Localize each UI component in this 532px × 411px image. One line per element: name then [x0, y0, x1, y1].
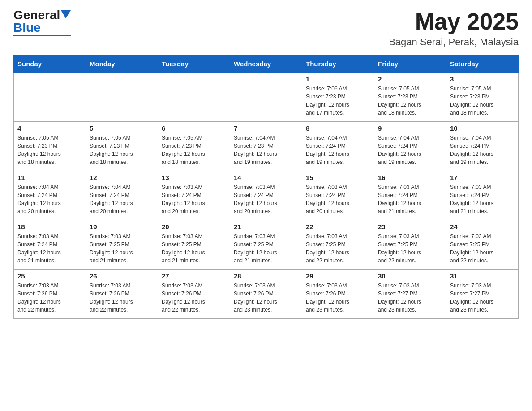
- calendar-header-row: SundayMondayTuesdayWednesdayThursdayFrid…: [14, 56, 519, 73]
- calendar-cell: 25Sunrise: 7:03 AM Sunset: 7:26 PM Dayli…: [14, 270, 86, 319]
- header-friday: Friday: [374, 56, 446, 73]
- day-info: Sunrise: 7:05 AM Sunset: 7:23 PM Dayligh…: [162, 134, 226, 166]
- calendar-week-row: 25Sunrise: 7:03 AM Sunset: 7:26 PM Dayli…: [14, 270, 519, 319]
- day-number: 13: [162, 174, 226, 181]
- day-info: Sunrise: 7:03 AM Sunset: 7:24 PM Dayligh…: [234, 183, 298, 215]
- day-info: Sunrise: 7:03 AM Sunset: 7:24 PM Dayligh…: [450, 183, 515, 215]
- day-info: Sunrise: 7:03 AM Sunset: 7:26 PM Dayligh…: [162, 282, 226, 314]
- calendar-cell: 16Sunrise: 7:03 AM Sunset: 7:24 PM Dayli…: [374, 171, 446, 220]
- day-info: Sunrise: 7:04 AM Sunset: 7:24 PM Dayligh…: [450, 134, 515, 166]
- day-number: 21: [234, 223, 298, 231]
- calendar-cell: 31Sunrise: 7:03 AM Sunset: 7:27 PM Dayli…: [446, 270, 519, 319]
- day-info: Sunrise: 7:03 AM Sunset: 7:25 PM Dayligh…: [234, 232, 298, 265]
- calendar-week-row: 18Sunrise: 7:03 AM Sunset: 7:24 PM Dayli…: [14, 220, 519, 270]
- day-info: Sunrise: 7:03 AM Sunset: 7:25 PM Dayligh…: [378, 232, 442, 265]
- day-info: Sunrise: 7:03 AM Sunset: 7:25 PM Dayligh…: [90, 232, 154, 265]
- day-number: 5: [90, 124, 154, 132]
- day-number: 24: [450, 223, 515, 231]
- day-number: 9: [378, 124, 442, 132]
- calendar-cell: 2Sunrise: 7:05 AM Sunset: 7:23 PM Daylig…: [374, 73, 446, 122]
- month-title: May 2025: [389, 9, 519, 34]
- day-number: 30: [378, 272, 442, 280]
- day-number: 7: [234, 124, 298, 132]
- title-area: May 2025 Bagan Serai, Perak, Malaysia: [389, 9, 519, 48]
- logo-triangle-icon: [61, 10, 71, 18]
- calendar-cell: 23Sunrise: 7:03 AM Sunset: 7:25 PM Dayli…: [374, 220, 446, 270]
- calendar-cell: [230, 73, 302, 122]
- svg-marker-0: [61, 10, 71, 18]
- day-info: Sunrise: 7:05 AM Sunset: 7:23 PM Dayligh…: [90, 134, 154, 166]
- calendar-cell: 10Sunrise: 7:04 AM Sunset: 7:24 PM Dayli…: [446, 122, 519, 171]
- calendar-week-row: 1Sunrise: 7:06 AM Sunset: 7:23 PM Daylig…: [14, 73, 519, 122]
- logo-text-black: General: [13, 9, 60, 21]
- day-info: Sunrise: 7:04 AM Sunset: 7:24 PM Dayligh…: [378, 134, 442, 166]
- logo: General Blue: [13, 9, 71, 36]
- calendar-cell: 3Sunrise: 7:05 AM Sunset: 7:23 PM Daylig…: [446, 73, 519, 122]
- header-tuesday: Tuesday: [158, 56, 230, 73]
- calendar-cell: 29Sunrise: 7:03 AM Sunset: 7:26 PM Dayli…: [302, 270, 374, 319]
- calendar-cell: 18Sunrise: 7:03 AM Sunset: 7:24 PM Dayli…: [14, 220, 86, 270]
- calendar-cell: 26Sunrise: 7:03 AM Sunset: 7:26 PM Dayli…: [86, 270, 158, 319]
- calendar-week-row: 11Sunrise: 7:04 AM Sunset: 7:24 PM Dayli…: [14, 171, 519, 220]
- day-number: 4: [17, 124, 82, 132]
- day-info: Sunrise: 7:03 AM Sunset: 7:24 PM Dayligh…: [378, 183, 442, 215]
- calendar-cell: 11Sunrise: 7:04 AM Sunset: 7:24 PM Dayli…: [14, 171, 86, 220]
- day-info: Sunrise: 7:03 AM Sunset: 7:25 PM Dayligh…: [450, 232, 515, 265]
- day-number: 20: [162, 223, 226, 231]
- header-wednesday: Wednesday: [230, 56, 302, 73]
- day-info: Sunrise: 7:04 AM Sunset: 7:24 PM Dayligh…: [90, 183, 154, 215]
- day-info: Sunrise: 7:03 AM Sunset: 7:27 PM Dayligh…: [450, 282, 515, 314]
- calendar-cell: 13Sunrise: 7:03 AM Sunset: 7:24 PM Dayli…: [158, 171, 230, 220]
- calendar-cell: 30Sunrise: 7:03 AM Sunset: 7:27 PM Dayli…: [374, 270, 446, 319]
- calendar-cell: [86, 73, 158, 122]
- calendar-cell: 14Sunrise: 7:03 AM Sunset: 7:24 PM Dayli…: [230, 171, 302, 220]
- day-number: 28: [234, 272, 298, 280]
- day-info: Sunrise: 7:04 AM Sunset: 7:24 PM Dayligh…: [306, 134, 370, 166]
- day-number: 29: [306, 272, 370, 280]
- day-info: Sunrise: 7:03 AM Sunset: 7:24 PM Dayligh…: [17, 232, 82, 265]
- header-sunday: Sunday: [14, 56, 86, 73]
- day-info: Sunrise: 7:03 AM Sunset: 7:26 PM Dayligh…: [90, 282, 154, 314]
- calendar-cell: 28Sunrise: 7:03 AM Sunset: 7:26 PM Dayli…: [230, 270, 302, 319]
- calendar-cell: 21Sunrise: 7:03 AM Sunset: 7:25 PM Dayli…: [230, 220, 302, 270]
- calendar-cell: 4Sunrise: 7:05 AM Sunset: 7:23 PM Daylig…: [14, 122, 86, 171]
- day-info: Sunrise: 7:06 AM Sunset: 7:23 PM Dayligh…: [306, 85, 370, 117]
- calendar-cell: 6Sunrise: 7:05 AM Sunset: 7:23 PM Daylig…: [158, 122, 230, 171]
- day-number: 2: [378, 75, 442, 83]
- calendar-cell: 20Sunrise: 7:03 AM Sunset: 7:25 PM Dayli…: [158, 220, 230, 270]
- day-info: Sunrise: 7:03 AM Sunset: 7:26 PM Dayligh…: [306, 282, 370, 314]
- calendar-cell: 7Sunrise: 7:04 AM Sunset: 7:23 PM Daylig…: [230, 122, 302, 171]
- day-number: 6: [162, 124, 226, 132]
- calendar-table: SundayMondayTuesdayWednesdayThursdayFrid…: [13, 55, 519, 319]
- header-monday: Monday: [86, 56, 158, 73]
- calendar-cell: 1Sunrise: 7:06 AM Sunset: 7:23 PM Daylig…: [302, 73, 374, 122]
- day-info: Sunrise: 7:03 AM Sunset: 7:24 PM Dayligh…: [162, 183, 226, 215]
- calendar-cell: 17Sunrise: 7:03 AM Sunset: 7:24 PM Dayli…: [446, 171, 519, 220]
- day-number: 12: [90, 174, 154, 181]
- day-number: 11: [17, 174, 82, 181]
- header-saturday: Saturday: [446, 56, 519, 73]
- day-number: 27: [162, 272, 226, 280]
- day-number: 17: [450, 174, 515, 181]
- logo-underline: [13, 35, 71, 36]
- day-number: 31: [450, 272, 515, 280]
- logo-text-blue: Blue: [13, 21, 41, 34]
- day-info: Sunrise: 7:05 AM Sunset: 7:23 PM Dayligh…: [17, 134, 82, 166]
- day-number: 26: [90, 272, 154, 280]
- header-thursday: Thursday: [302, 56, 374, 73]
- day-number: 18: [17, 223, 82, 231]
- day-number: 19: [90, 223, 154, 231]
- calendar-cell: 27Sunrise: 7:03 AM Sunset: 7:26 PM Dayli…: [158, 270, 230, 319]
- day-number: 3: [450, 75, 515, 83]
- day-number: 16: [378, 174, 442, 181]
- location-title: Bagan Serai, Perak, Malaysia: [389, 36, 519, 48]
- calendar-cell: 22Sunrise: 7:03 AM Sunset: 7:25 PM Dayli…: [302, 220, 374, 270]
- calendar-cell: 8Sunrise: 7:04 AM Sunset: 7:24 PM Daylig…: [302, 122, 374, 171]
- calendar-cell: 24Sunrise: 7:03 AM Sunset: 7:25 PM Dayli…: [446, 220, 519, 270]
- calendar-cell: [14, 73, 86, 122]
- day-number: 23: [378, 223, 442, 231]
- day-number: 8: [306, 124, 370, 132]
- day-info: Sunrise: 7:03 AM Sunset: 7:25 PM Dayligh…: [162, 232, 226, 265]
- day-info: Sunrise: 7:04 AM Sunset: 7:23 PM Dayligh…: [234, 134, 298, 166]
- calendar-cell: 19Sunrise: 7:03 AM Sunset: 7:25 PM Dayli…: [86, 220, 158, 270]
